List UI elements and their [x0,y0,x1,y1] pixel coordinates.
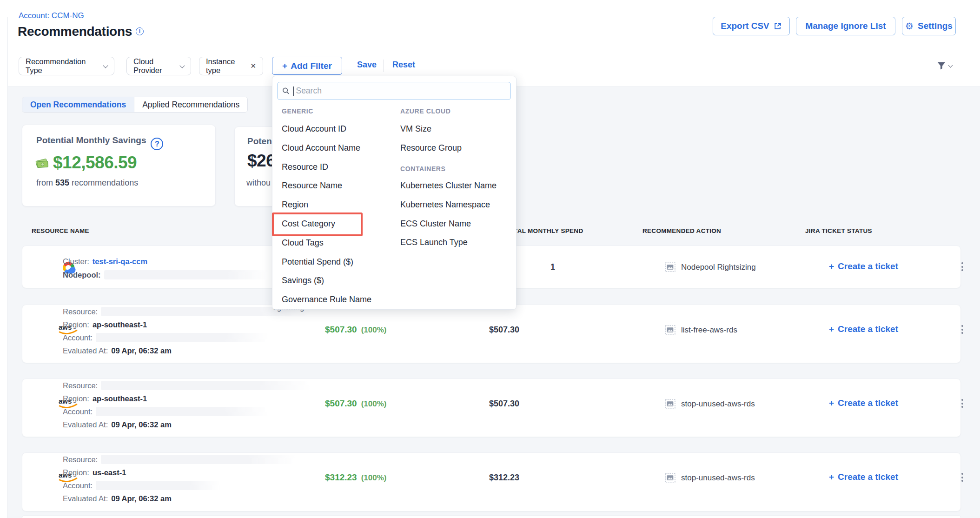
recommendation-row[interactable]: aws Resource: Region: ap-southeast-1 Acc… [22,305,961,363]
filter-chip-instance-type[interactable]: Instance type [199,57,263,75]
dropdown-generic-list: Cloud Account ID Cloud Account Name Reso… [282,120,371,309]
create-ticket-button[interactable]: Create a ticket [829,261,898,272]
cluster-name-link[interactable]: test-sri-qa-ccm [93,257,147,266]
dropdown-item-resource-name[interactable]: Resource Name [282,176,371,195]
recommendation-row[interactable]: aws Resource: Region: us-east-1 Account:… [22,452,961,511]
dropdown-item-savings[interactable]: Savings ($) [282,271,371,290]
broken-image-icon [665,325,675,335]
recommended-action-cell: stop-unused-aws-rds [665,473,755,483]
help-icon[interactable] [151,138,163,150]
region-line: Region: ap-southeast-1 [63,319,147,330]
redacted-value [101,455,296,464]
plus-icon [829,324,834,334]
dropdown-item-resource-group[interactable]: Resource Group [400,139,462,158]
dropdown-containers-list: Kubernetes Cluster Name Kubernetes Names… [400,176,497,252]
spend-card-value-fragment: $26 [247,151,275,171]
breadcrumb-account-link[interactable]: Account: CCM-NG [19,11,84,20]
text-cursor [293,86,294,96]
money-icon [35,157,49,169]
recommended-action-cell: Nodepool Rightsizing [665,262,756,272]
dropdown-section-azure-cloud: AZURE CLOUD [400,107,450,115]
row-menu-button[interactable] [960,397,965,410]
dropdown-item-region[interactable]: Region [282,195,371,214]
dropdown-item-kubernetes-cluster-name[interactable]: Kubernetes Cluster Name [400,176,497,195]
chevron-down-icon [103,63,108,68]
evaluated-line: Evaluated At: 09 Apr, 06:32 am [63,345,172,356]
resource-line: Resource: [63,454,296,465]
broken-image-icon [665,399,675,409]
plus-icon [282,61,287,71]
left-edge-divider [7,17,8,518]
dropdown-section-generic: GENERIC [282,107,313,115]
account-line: Account: [63,480,220,491]
dropdown-item-resource-id[interactable]: Resource ID [282,158,371,177]
recommendation-count: 535 [55,178,69,187]
search-icon [282,87,290,95]
recommendations-tabs: Open Recommendations Applied Recommendat… [22,97,248,113]
redacted-value [96,407,269,416]
redacted-value [96,333,269,342]
export-csv-button[interactable]: Export CSV [713,17,790,35]
create-ticket-button[interactable]: Create a ticket [829,324,898,334]
save-reset-divider [384,60,384,72]
broken-image-icon [665,262,675,272]
manage-ignore-list-button[interactable]: Manage Ignore List [796,17,895,35]
redacted-value [104,270,269,279]
dropdown-item-ecs-cluster-name[interactable]: ECS Cluster Name [400,214,497,233]
spend-card-title-fragment: Poten [247,136,272,146]
tab-open-recommendations[interactable]: Open Recommendations [22,97,134,112]
save-filter-link[interactable]: Save [357,60,377,70]
savings-card-subtitle: from 535 recommendations [36,178,138,188]
row-menu-button[interactable] [960,323,965,336]
account-line: Account: [63,406,269,417]
dropdown-item-cloud-account-id[interactable]: Cloud Account ID [282,120,371,139]
create-ticket-button[interactable]: Create a ticket [829,398,898,408]
filter-chip-cloud-provider[interactable]: Cloud Provider [126,57,191,75]
spend-value-fragment: 1 [550,262,555,272]
column-header-recommended-action: RECOMMENDED ACTION [642,227,721,234]
savings-cell: $312.23(100%) [325,472,387,483]
evaluated-line: Evaluated At: 09 Apr, 06:32 am [63,493,172,504]
dropdown-azure-list: VM Size Resource Group [400,120,462,158]
filter-panel-toggle[interactable] [937,62,952,70]
dropdown-section-containers: CONTAINERS [400,165,446,173]
row-menu-button[interactable] [960,260,965,273]
column-header-total-monthly-spend: TOTAL MONTHLY SPEND [505,227,583,234]
dropdown-item-ecs-launch-type[interactable]: ECS Launch Type [400,233,497,252]
spend-card-subtitle-fragment: withou [246,178,271,188]
dropdown-item-governance-rule-name[interactable]: Governance Rule Name [282,290,371,309]
potential-monthly-savings-card: Potential Monthly Savings $12,586.59 fro… [22,125,216,206]
dropdown-item-cost-category[interactable]: Cost Category [282,214,371,233]
cluster-line: Cluster: test-sri-qa-ccm [63,256,147,266]
dropdown-search[interactable] [277,82,511,100]
column-header-jira-ticket-status: JIRA TICKET STATUS [805,227,872,234]
dropdown-item-vm-size[interactable]: VM Size [400,120,462,139]
savings-card-title: Potential Monthly Savings [36,135,163,150]
plus-icon [829,261,834,272]
plus-icon [829,398,834,408]
settings-button[interactable]: Settings [902,17,956,35]
region-line: Region: ap-southeast-1 [63,393,147,404]
tab-applied-recommendations[interactable]: Applied Recommendations [134,97,247,112]
evaluated-line: Evaluated At: 09 Apr, 06:32 am [63,419,172,430]
savings-card-value-row: $12,586.59 [35,153,137,173]
recommendation-row[interactable]: aws Resource: Region: ap-southeast-1 Acc… [22,379,961,437]
dropdown-item-kubernetes-namespace[interactable]: Kubernetes Namespace [400,195,497,214]
reset-filter-link[interactable]: Reset [392,60,415,70]
recommendations-page: Account: CCM-NG Recommendations Export C… [0,0,980,518]
dropdown-item-potential-spend[interactable]: Potential Spend ($) [282,252,371,272]
search-input[interactable] [296,86,506,96]
dropdown-item-cloud-tags[interactable]: Cloud Tags [282,233,371,252]
add-filter-button[interactable]: Add Filter [272,57,342,75]
resource-line: Resource: [63,380,311,391]
plus-icon [829,472,834,482]
row-menu-button[interactable] [960,471,965,484]
close-icon[interactable] [250,62,256,70]
dropdown-item-cloud-account-name[interactable]: Cloud Account Name [282,139,371,158]
recommendation-row [22,515,961,518]
info-icon[interactable] [136,27,144,35]
create-ticket-button[interactable]: Create a ticket [829,472,898,482]
savings-cell: $507.30(100%) [325,398,387,409]
recommended-action-cell: list-free-aws-rds [665,325,737,335]
filter-chip-recommendation-type[interactable]: Recommendation Type [19,57,114,75]
